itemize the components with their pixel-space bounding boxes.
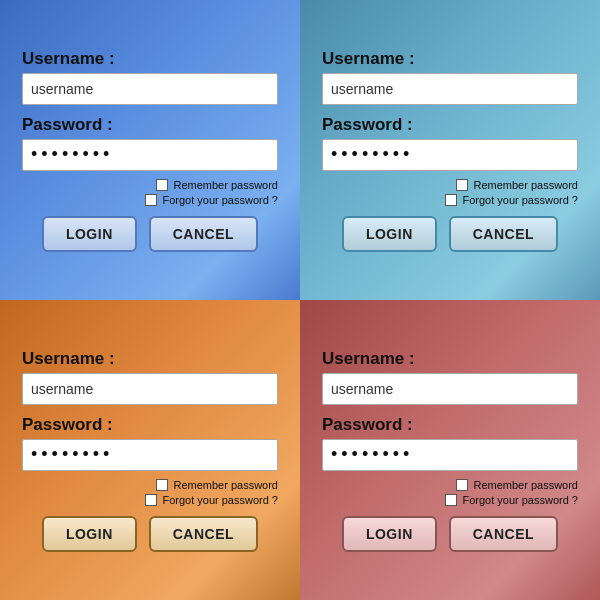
login-panel-rose: Username : Password : •••••••• Remember … <box>300 300 600 600</box>
remember-label: Remember password <box>473 479 578 491</box>
username-label: Username : <box>22 349 278 369</box>
login-panel-blue: Username : Password : •••••••• Remember … <box>0 0 300 300</box>
remember-checkbox[interactable] <box>456 179 468 191</box>
login-panel-teal: Username : Password : •••••••• Remember … <box>300 0 600 300</box>
button-group: LOGIN CANCEL <box>322 516 578 552</box>
cancel-button[interactable]: CANCEL <box>449 216 558 252</box>
login-panel-orange: Username : Password : •••••••• Remember … <box>0 300 300 600</box>
forgot-label: Forgot your password ? <box>162 194 278 206</box>
password-label: Password : <box>322 415 578 435</box>
login-button[interactable]: LOGIN <box>342 216 437 252</box>
forgot-checkbox[interactable] <box>145 194 157 206</box>
password-label: Password : <box>22 115 278 135</box>
remember-label: Remember password <box>173 179 278 191</box>
remember-row: Remember password <box>456 479 578 491</box>
login-button[interactable]: LOGIN <box>342 516 437 552</box>
forgot-label: Forgot your password ? <box>462 494 578 506</box>
remember-row: Remember password <box>456 179 578 191</box>
forgot-checkbox[interactable] <box>445 494 457 506</box>
remember-label: Remember password <box>473 179 578 191</box>
checkboxes: Remember password Forgot your password ? <box>22 479 278 506</box>
button-group: LOGIN CANCEL <box>322 216 578 252</box>
button-group: LOGIN CANCEL <box>22 516 278 552</box>
remember-label: Remember password <box>173 479 278 491</box>
cancel-button[interactable]: CANCEL <box>449 516 558 552</box>
checkboxes: Remember password Forgot your password ? <box>322 479 578 506</box>
remember-checkbox[interactable] <box>156 179 168 191</box>
remember-checkbox[interactable] <box>456 479 468 491</box>
password-label: Password : <box>22 415 278 435</box>
checkboxes: Remember password Forgot your password ? <box>322 179 578 206</box>
cancel-button[interactable]: CANCEL <box>149 216 258 252</box>
username-label: Username : <box>322 49 578 69</box>
username-input[interactable] <box>322 373 578 405</box>
password-dots: •••••••• <box>22 439 278 471</box>
username-input[interactable] <box>22 373 278 405</box>
password-label: Password : <box>322 115 578 135</box>
password-dots: •••••••• <box>322 139 578 171</box>
password-dots: •••••••• <box>322 439 578 471</box>
username-input[interactable] <box>322 73 578 105</box>
username-input[interactable] <box>22 73 278 105</box>
forgot-row: Forgot your password ? <box>145 194 278 206</box>
forgot-label: Forgot your password ? <box>162 494 278 506</box>
username-label: Username : <box>22 49 278 69</box>
button-group: LOGIN CANCEL <box>22 216 278 252</box>
login-button[interactable]: LOGIN <box>42 516 137 552</box>
login-button[interactable]: LOGIN <box>42 216 137 252</box>
remember-row: Remember password <box>156 179 278 191</box>
forgot-row: Forgot your password ? <box>445 194 578 206</box>
forgot-checkbox[interactable] <box>445 194 457 206</box>
checkboxes: Remember password Forgot your password ? <box>22 179 278 206</box>
remember-row: Remember password <box>156 479 278 491</box>
forgot-label: Forgot your password ? <box>462 194 578 206</box>
forgot-row: Forgot your password ? <box>145 494 278 506</box>
remember-checkbox[interactable] <box>156 479 168 491</box>
forgot-row: Forgot your password ? <box>445 494 578 506</box>
password-dots: •••••••• <box>22 139 278 171</box>
username-label: Username : <box>322 349 578 369</box>
forgot-checkbox[interactable] <box>145 494 157 506</box>
cancel-button[interactable]: CANCEL <box>149 516 258 552</box>
